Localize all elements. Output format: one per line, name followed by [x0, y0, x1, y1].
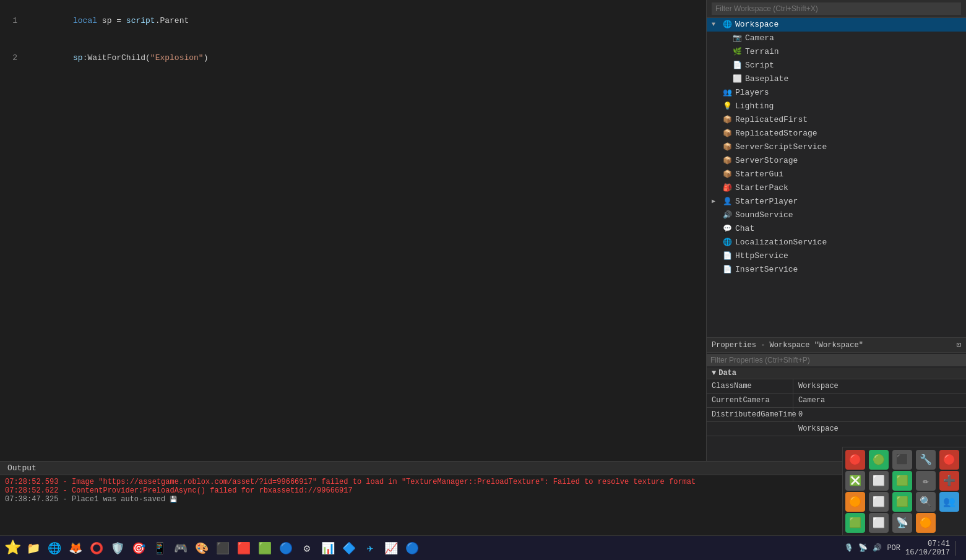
- section-arrow[interactable]: ▼: [712, 369, 716, 377]
- camera-label: Camera: [745, 32, 774, 45]
- tree-item-workspace[interactable]: ▼ 🌐 Workspace: [707, 18, 966, 32]
- taskbar: ⭐ 📁 🌐 🦊 ⭕ 🛡️ 🎯 📱 🎮 🎨 ⬛ 🟥 🟩 🔵 ⚙️ 📊 🔷 ✈️ 📈…: [0, 535, 966, 560]
- properties-header: Properties - Workspace "Workspace" ⊡: [707, 338, 966, 353]
- output-title: Output: [7, 463, 37, 473]
- replicatedfirst-label: ReplicatedFirst: [735, 114, 808, 126]
- taskbar-right: 🎙️ 📡 🔊 POR 07:41 16/10/2017: [844, 540, 959, 557]
- taskbar-icon-photoshop[interactable]: 🎨: [192, 538, 212, 558]
- plugin-icon-3-1[interactable]: ⬜: [869, 513, 889, 533]
- keyword-local: local: [73, 16, 97, 25]
- explorer-filter-input[interactable]: [712, 2, 961, 15]
- prop-row-classname: ClassName Workspace: [707, 379, 966, 394]
- baseplate-label: Baseplate: [745, 73, 788, 85]
- plugin-icon-2-4[interactable]: 👥: [939, 492, 959, 512]
- taskbar-show-desktop[interactable]: [955, 541, 959, 556]
- prop-classname-label: ClassName: [707, 379, 793, 393]
- tree-item-localizationservice[interactable]: 🌐 LocalizationService: [707, 236, 966, 249]
- tree-item-startergui[interactable]: 📦 StarterGui: [707, 168, 966, 181]
- taskbar-volume-icon: 🔊: [873, 543, 882, 553]
- plugin-icons-panel: 🔴 🟢 ⬛ 🔧 🔴 ❎ ⬜ 🟩 ✏️ ➕ 🟠 ⬜ 🟩 🔍 👥 🟩 ⬜ 📡 🟠: [842, 447, 966, 535]
- tree-item-starterpack[interactable]: 🎒 StarterPack: [707, 181, 966, 195]
- serverscriptservice-label: ServerScriptService: [735, 141, 827, 153]
- tree-item-starterplayer[interactable]: ▶ 👤 StarterPlayer: [707, 195, 966, 209]
- plugin-icon-2-1[interactable]: ⬜: [869, 492, 889, 512]
- plugin-icon-0-4[interactable]: 🔴: [939, 450, 959, 470]
- localizationservice-icon: 🌐: [722, 237, 733, 248]
- output-panel: Output ⧉ ✕ 07:28:52.593 - Image "https:/…: [0, 461, 966, 535]
- properties-expand-icon[interactable]: ⊡: [957, 340, 961, 350]
- taskbar-icon-fileexplorer[interactable]: 📁: [24, 538, 43, 558]
- plugin-icon-2-3[interactable]: 🔍: [916, 492, 936, 512]
- taskbar-icon-opera[interactable]: ⭕: [87, 538, 106, 558]
- chat-icon: 💬: [722, 223, 733, 235]
- explorer-tree[interactable]: ▼ 🌐 Workspace 📷 Camera 🌿 Terrain 📄: [707, 18, 966, 337]
- camera-icon: 📷: [731, 33, 743, 44]
- taskbar-icon-app2[interactable]: 📱: [150, 538, 170, 558]
- taskbar-icon-app7[interactable]: ⚙️: [297, 538, 317, 558]
- expand-arrow-workspace[interactable]: ▼: [712, 19, 722, 31]
- taskbar-icon-roblox[interactable]: 🔷: [339, 538, 359, 558]
- taskbar-icon-firefox[interactable]: 🦊: [66, 538, 85, 558]
- tree-item-script[interactable]: 📄 Script: [707, 59, 966, 72]
- taskbar-icon-stats[interactable]: 📈: [381, 538, 401, 558]
- tree-item-terrain[interactable]: 🌿 Terrain: [707, 45, 966, 59]
- plugin-icon-1-0[interactable]: ❎: [845, 471, 865, 491]
- tree-item-serverstorage[interactable]: 📦 ServerStorage: [707, 154, 966, 168]
- properties-filter-input[interactable]: [707, 354, 966, 366]
- taskbar-icon-ie[interactable]: 🛡️: [108, 538, 127, 558]
- tree-item-soundservice[interactable]: 🔊 SoundService: [707, 209, 966, 222]
- expand-arrow-starterplayer[interactable]: ▶: [712, 196, 722, 208]
- taskbar-icon-chrome[interactable]: 🌐: [45, 538, 64, 558]
- serverstorage-icon: 📦: [722, 155, 733, 166]
- plugin-icon-1-4[interactable]: ➕: [939, 471, 959, 491]
- taskbar-icon-app9[interactable]: 🔵: [402, 538, 422, 558]
- plugin-icon-1-1[interactable]: ⬜: [869, 471, 889, 491]
- plugin-icon-0-2[interactable]: ⬛: [892, 450, 912, 470]
- properties-panel: Properties - Workspace "Workspace" ⊡ ▼ D…: [707, 337, 966, 461]
- script-icon: 📄: [731, 60, 743, 71]
- line-content-1: local sp = script.Parent: [25, 2, 706, 40]
- taskbar-icon-app1[interactable]: 🎯: [129, 538, 149, 558]
- explorer-header: [707, 0, 966, 18]
- plugin-icon-1-2[interactable]: 🟩: [892, 471, 912, 491]
- taskbar-icon-app3[interactable]: 🎮: [171, 538, 191, 558]
- serverscriptservice-icon: 📦: [722, 142, 733, 153]
- output-message-3: 07:38:47.325 - Place1 was auto-saved 💾: [5, 495, 961, 504]
- taskbar-icon-app5[interactable]: 🟩: [255, 538, 275, 558]
- replicatedfirst-icon: 📦: [722, 114, 733, 126]
- replicatedstorage-icon: 📦: [722, 128, 733, 139]
- tree-item-serverscriptservice[interactable]: 📦 ServerScriptService: [707, 140, 966, 154]
- tree-item-camera[interactable]: 📷 Camera: [707, 32, 966, 45]
- plugin-icon-2-0[interactable]: 🟠: [845, 492, 865, 512]
- tree-item-chat[interactable]: 💬 Chat: [707, 222, 966, 236]
- tree-item-players[interactable]: 👥 Players: [707, 86, 966, 100]
- plugin-icon-3-2[interactable]: 📡: [892, 513, 912, 533]
- taskbar-icon-start[interactable]: ⭐: [2, 538, 22, 558]
- plugin-icon-0-3[interactable]: 🔧: [916, 450, 936, 470]
- tree-item-baseplate[interactable]: ⬜ Baseplate: [707, 72, 966, 86]
- plugin-icon-0-1[interactable]: 🟢: [869, 450, 889, 470]
- plugin-icon-3-0[interactable]: 🟩: [845, 513, 865, 533]
- taskbar-icon-app6[interactable]: 🔵: [276, 538, 296, 558]
- prop-row-currentcamera: CurrentCamera Camera: [707, 394, 966, 408]
- taskbar-network-icon: 📡: [858, 543, 868, 553]
- taskbar-icon-telegram[interactable]: ✈️: [360, 538, 380, 558]
- taskbar-clock: 07:41 16/10/2017: [905, 540, 950, 557]
- properties-section-data: ▼ Data: [707, 368, 966, 379]
- plugin-icon-0-0[interactable]: 🔴: [845, 450, 865, 470]
- terrain-icon: 🌿: [731, 46, 743, 58]
- taskbar-icon-app8[interactable]: 📊: [318, 538, 338, 558]
- tree-item-insertservice[interactable]: 📄 InsertService: [707, 263, 966, 277]
- tree-item-httpservice[interactable]: 📄 HttpService: [707, 249, 966, 263]
- tree-item-replicatedfirst[interactable]: 📦 ReplicatedFirst: [707, 113, 966, 127]
- replicatedstorage-label: ReplicatedStorage: [735, 127, 817, 140]
- plugin-icon-3-3[interactable]: 🟠: [916, 513, 936, 533]
- insertservice-label: InsertService: [735, 264, 798, 276]
- plugin-icon-2-2[interactable]: 🟩: [892, 492, 912, 512]
- tree-item-lighting[interactable]: 💡 Lighting: [707, 100, 966, 113]
- tree-item-replicatedstorage[interactable]: 📦 ReplicatedStorage: [707, 127, 966, 140]
- taskbar-icon-blender[interactable]: ⬛: [213, 538, 233, 558]
- plugin-icon-1-3[interactable]: ✏️: [916, 471, 936, 491]
- taskbar-icon-app4[interactable]: 🟥: [234, 538, 254, 558]
- localizationservice-label: LocalizationService: [735, 236, 827, 249]
